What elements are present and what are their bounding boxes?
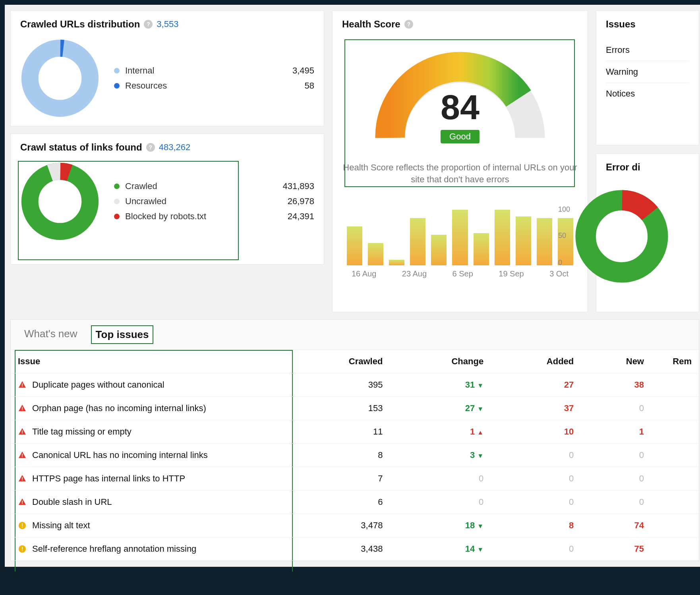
issues-summary-row[interactable]: Errors bbox=[606, 39, 689, 61]
x-tick: 23 Aug bbox=[402, 269, 427, 278]
error-icon bbox=[18, 498, 27, 506]
svg-rect-15 bbox=[22, 477, 23, 479]
legend-label: Uncrawled bbox=[125, 196, 288, 207]
table-row[interactable]: Title tag missing or empty 11 1▲ 10 1 bbox=[11, 420, 699, 444]
x-tick: 6 Sep bbox=[452, 269, 473, 278]
issues-table-card: What's new Top issues Issue Crawled Chan… bbox=[10, 319, 699, 561]
col-issue[interactable]: Issue bbox=[11, 350, 285, 373]
svg-rect-13 bbox=[22, 454, 23, 456]
cell-added: 37 bbox=[491, 397, 581, 420]
cell-added: 27 bbox=[491, 373, 581, 397]
svg-point-2 bbox=[30, 171, 90, 231]
cell-added: 0 bbox=[491, 537, 581, 561]
cell-crawled: 3,478 bbox=[285, 514, 390, 537]
history-bar[interactable] bbox=[410, 218, 425, 265]
svg-rect-9 bbox=[22, 407, 23, 409]
legend-row[interactable]: Crawled 431,893 bbox=[114, 179, 314, 194]
cell-new: 1 bbox=[581, 420, 651, 444]
svg-rect-17 bbox=[22, 500, 23, 503]
table-row[interactable]: Canonical URL has no incoming internal l… bbox=[11, 444, 699, 467]
svg-rect-10 bbox=[22, 410, 23, 410]
health-history-bars: 100 50 0 bbox=[347, 202, 573, 265]
svg-rect-24 bbox=[22, 551, 23, 551]
table-row[interactable]: Missing alt text 3,478 18▼ 8 74 bbox=[11, 514, 699, 537]
svg-rect-16 bbox=[22, 480, 23, 481]
cell-change: 14▼ bbox=[390, 537, 491, 561]
table-row[interactable]: Orphan page (has no incoming internal li… bbox=[11, 397, 699, 420]
legend-row[interactable]: Blocked by robots.txt 24,391 bbox=[114, 209, 314, 224]
table-row[interactable]: HTTPS page has internal links to HTTP 7 … bbox=[11, 467, 699, 491]
svg-point-0 bbox=[30, 48, 90, 108]
help-icon[interactable]: ? bbox=[146, 143, 155, 152]
legend-label: Crawled bbox=[125, 181, 282, 191]
help-icon[interactable]: ? bbox=[404, 20, 413, 29]
svg-rect-23 bbox=[22, 547, 23, 550]
table-row[interactable]: Double slash in URL 6 0 0 0 bbox=[11, 491, 699, 514]
cell-added: 0 bbox=[491, 444, 581, 467]
cell-crawled: 153 bbox=[285, 397, 390, 420]
card-crawled-distribution: Crawled URLs distribution ? 3,553 Intern… bbox=[10, 10, 324, 126]
legend-row[interactable]: Resources 58 bbox=[114, 78, 314, 93]
row-label: Warning bbox=[606, 67, 638, 77]
issue-name: Orphan page (has no incoming internal li… bbox=[32, 403, 206, 413]
table-row[interactable]: Self-reference hreflang annotation missi… bbox=[11, 537, 699, 561]
cell-added: 0 bbox=[491, 467, 581, 491]
history-bar[interactable] bbox=[347, 226, 362, 265]
row-label: Notices bbox=[606, 89, 635, 99]
tab-whats-new[interactable]: What's new bbox=[20, 325, 81, 344]
error-icon bbox=[18, 451, 27, 460]
total-count-link[interactable]: 483,262 bbox=[159, 142, 191, 153]
legend-value: 26,978 bbox=[288, 196, 314, 207]
history-bar[interactable] bbox=[389, 260, 404, 265]
legend-label: Internal bbox=[125, 66, 292, 76]
legend-value: 58 bbox=[305, 81, 314, 91]
issue-name: Title tag missing or empty bbox=[32, 427, 131, 437]
card-title: Health Score bbox=[342, 19, 400, 30]
cell-change: 31▼ bbox=[390, 373, 491, 397]
issues-summary-row[interactable]: Notices bbox=[606, 83, 689, 104]
x-axis-labels: 16 Aug23 Aug6 Sep19 Sep3 Oct bbox=[352, 269, 569, 278]
svg-rect-12 bbox=[22, 433, 23, 434]
legend: Crawled 431,893 Uncrawled 26,978 Blocked… bbox=[114, 179, 314, 224]
col-crawled[interactable]: Crawled bbox=[285, 350, 390, 373]
history-bar[interactable] bbox=[537, 218, 552, 265]
table-row[interactable]: Duplicate pages without canonical 395 31… bbox=[11, 373, 699, 397]
legend-dot bbox=[114, 199, 120, 204]
cell-crawled: 6 bbox=[285, 491, 390, 514]
issues-table: Issue Crawled Change Added New Rem Dupli… bbox=[11, 350, 699, 561]
col-change[interactable]: Change bbox=[390, 350, 491, 373]
issue-name: Self-reference hreflang annotation missi… bbox=[32, 544, 196, 554]
cell-crawled: 395 bbox=[285, 373, 390, 397]
legend-row[interactable]: Internal 3,495 bbox=[114, 63, 314, 78]
history-bar[interactable] bbox=[516, 216, 531, 265]
history-bar[interactable] bbox=[368, 243, 383, 265]
x-tick: 16 Aug bbox=[352, 269, 376, 278]
col-new[interactable]: New bbox=[581, 350, 651, 373]
cell-crawled: 8 bbox=[285, 444, 390, 467]
col-added[interactable]: Added bbox=[491, 350, 581, 373]
total-count-link[interactable]: 3,553 bbox=[157, 19, 178, 29]
tabs-header: What's new Top issues bbox=[11, 320, 699, 350]
donut-chart-status bbox=[20, 162, 100, 241]
cell-change: 0 bbox=[390, 491, 491, 514]
history-bar[interactable] bbox=[452, 210, 468, 265]
legend-row[interactable]: Uncrawled 26,978 bbox=[114, 194, 314, 209]
history-bar[interactable] bbox=[431, 235, 447, 265]
cell-new: 0 bbox=[581, 444, 651, 467]
tab-top-issues[interactable]: Top issues bbox=[91, 325, 154, 344]
cell-change: 1▲ bbox=[390, 420, 491, 444]
cell-crawled: 11 bbox=[285, 420, 390, 444]
health-description: Health Score reflects the proportion of … bbox=[342, 162, 578, 185]
svg-rect-20 bbox=[22, 524, 23, 526]
cell-new: 0 bbox=[581, 467, 651, 491]
history-bar[interactable] bbox=[474, 233, 489, 265]
donut-chart-crawled bbox=[20, 39, 100, 118]
error-icon bbox=[18, 427, 27, 436]
history-bar[interactable] bbox=[495, 210, 510, 265]
issue-name: Double slash in URL bbox=[32, 497, 112, 507]
legend: Internal 3,495 Resources 58 bbox=[114, 63, 314, 93]
issue-name: HTTPS page has internal links to HTTP bbox=[32, 473, 185, 484]
col-removed[interactable]: Rem bbox=[651, 350, 699, 373]
help-icon[interactable]: ? bbox=[144, 20, 153, 29]
issues-summary-row[interactable]: Warning bbox=[606, 61, 689, 83]
